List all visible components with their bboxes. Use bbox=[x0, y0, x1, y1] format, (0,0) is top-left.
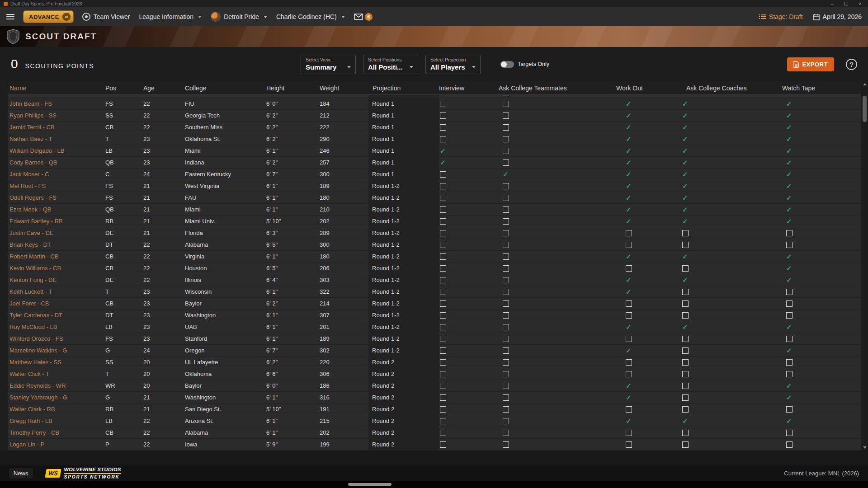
player-name-link[interactable]: Ezra Meek - QB bbox=[8, 206, 105, 213]
checkbox-unchecked[interactable] bbox=[626, 371, 632, 377]
checked-icon[interactable]: ✓ bbox=[786, 170, 792, 178]
checked-icon[interactable]: ✓ bbox=[626, 253, 632, 260]
checkbox-unchecked[interactable] bbox=[440, 289, 446, 295]
table-row[interactable]: Logan Lin - P P 22 Iowa 5' 9" 199 Round … bbox=[8, 439, 861, 450]
checkbox-unchecked[interactable] bbox=[682, 347, 689, 354]
checked-icon[interactable]: ✓ bbox=[786, 135, 792, 143]
checkbox-unchecked[interactable] bbox=[440, 171, 446, 178]
checkbox-unchecked[interactable] bbox=[440, 418, 446, 424]
checkbox-unchecked[interactable] bbox=[786, 359, 793, 366]
checkbox-unchecked[interactable] bbox=[682, 242, 689, 248]
checked-icon[interactable]: ✓ bbox=[626, 159, 632, 166]
player-name-link[interactable]: Keith Luckett - T bbox=[8, 288, 105, 295]
table-row[interactable]: Robert Martin - CB CB 22 Virginia 6' 1" … bbox=[8, 251, 861, 263]
player-name-link[interactable]: Marcelino Watkins - G bbox=[8, 347, 105, 354]
checkbox-unchecked[interactable] bbox=[503, 95, 509, 95]
checkbox-unchecked[interactable] bbox=[503, 394, 509, 401]
checkbox-unchecked[interactable] bbox=[440, 183, 446, 189]
checkbox-unchecked[interactable] bbox=[440, 113, 446, 119]
player-name-link[interactable]: Winford Orozco - FS bbox=[8, 335, 105, 342]
table-row[interactable]: Kevin Williams - CB CB 22 Houston 6' 5" … bbox=[8, 263, 861, 274]
help-button[interactable]: ? bbox=[846, 59, 857, 70]
table-row[interactable]: Marcelino Watkins - G G 24 Oregon 6' 7" … bbox=[8, 345, 861, 357]
checkbox-unchecked[interactable] bbox=[682, 430, 689, 436]
player-name-link[interactable]: Joel Foret - CB bbox=[8, 300, 105, 307]
table-row[interactable]: Matthew Hales - SS SS 20 UL Lafayette 6'… bbox=[8, 357, 861, 368]
checked-icon[interactable]: ✓ bbox=[786, 206, 792, 213]
checkbox-unchecked[interactable] bbox=[626, 430, 632, 436]
checked-icon[interactable]: ✓ bbox=[626, 276, 632, 284]
table-row[interactable]: Timothy Perry - CB CB 22 Alabama 6' 1" 2… bbox=[8, 427, 861, 439]
column-header-work-out[interactable]: Work Out bbox=[616, 84, 682, 92]
checked-icon[interactable]: ✓ bbox=[440, 147, 446, 155]
checkbox-unchecked[interactable] bbox=[682, 406, 689, 413]
checkbox-unchecked[interactable] bbox=[682, 441, 689, 448]
menu-icon[interactable] bbox=[6, 14, 14, 19]
checkbox-unchecked[interactable] bbox=[440, 136, 446, 142]
player-name-link[interactable]: Walter Click - T bbox=[8, 371, 105, 377]
minimize-icon[interactable]: – bbox=[830, 1, 833, 6]
checkbox-unchecked[interactable] bbox=[440, 101, 446, 107]
close-icon[interactable]: × bbox=[859, 1, 862, 6]
checkbox-unchecked[interactable] bbox=[503, 336, 509, 342]
checkbox-unchecked[interactable] bbox=[682, 289, 689, 295]
table-row[interactable]: Gregg Ruth - LB LB 22 Arizona St. 6' 1" … bbox=[8, 415, 861, 427]
checked-icon[interactable]: ✓ bbox=[626, 100, 632, 108]
player-name-link[interactable]: Tyler Cardenas - DT bbox=[8, 312, 105, 319]
checked-icon[interactable]: ✓ bbox=[682, 170, 688, 178]
checked-icon[interactable]: ✓ bbox=[786, 347, 792, 354]
scroll-up-icon[interactable] bbox=[863, 83, 867, 85]
player-name-link[interactable]: Brian Keys - DT bbox=[8, 241, 105, 248]
checked-icon[interactable]: ✓ bbox=[440, 159, 446, 166]
table-row[interactable]: Kenton Fong - DE DE 22 Illinois 6' 4" 30… bbox=[8, 274, 861, 286]
checkbox-unchecked[interactable] bbox=[503, 124, 509, 131]
checked-icon[interactable]: ✓ bbox=[786, 112, 792, 119]
player-name-link[interactable]: Kevin Williams - CB bbox=[8, 265, 105, 272]
checked-icon[interactable]: ✓ bbox=[786, 159, 792, 166]
table-row[interactable]: Justin Cave - DE DE 21 Florida 6' 3" 289… bbox=[8, 227, 861, 239]
checked-icon[interactable]: ✓ bbox=[786, 276, 792, 284]
news-button[interactable]: News bbox=[9, 468, 33, 479]
checkbox-unchecked[interactable] bbox=[786, 371, 793, 377]
checkbox-unchecked[interactable] bbox=[503, 430, 509, 436]
player-name-link[interactable]: Logan Lin - P bbox=[8, 441, 105, 448]
checkbox-unchecked[interactable] bbox=[786, 312, 793, 319]
checkbox-unchecked[interactable] bbox=[503, 289, 509, 295]
nav-team-dropdown[interactable]: Detroit Pride bbox=[211, 12, 267, 22]
checkbox-unchecked[interactable] bbox=[503, 371, 509, 377]
checked-icon[interactable]: ✓ bbox=[682, 217, 688, 225]
targets-only-toggle[interactable] bbox=[500, 61, 514, 68]
checkbox-unchecked[interactable] bbox=[503, 406, 509, 413]
vertical-scrollbar[interactable] bbox=[861, 81, 868, 450]
table-row[interactable]: Joel Foret - CB CB 23 Baylor 6' 2" 214 R… bbox=[8, 298, 861, 310]
checkbox-unchecked[interactable] bbox=[682, 312, 689, 319]
checkbox-unchecked[interactable] bbox=[626, 406, 632, 413]
view-select[interactable]: Select View: Summary bbox=[301, 55, 356, 74]
checked-icon[interactable]: ✓ bbox=[786, 382, 792, 389]
checkbox-unchecked[interactable] bbox=[786, 406, 793, 413]
table-row[interactable]: Walter Clark - RB RB 21 San Diego St. 5'… bbox=[8, 404, 861, 415]
checkbox-unchecked[interactable] bbox=[440, 124, 446, 131]
export-button[interactable]: EXPORT bbox=[787, 57, 834, 71]
checkbox-unchecked[interactable] bbox=[440, 347, 446, 354]
checked-icon[interactable]: ✓ bbox=[786, 147, 792, 155]
checked-icon[interactable]: ✓ bbox=[626, 347, 632, 354]
checkbox-unchecked[interactable] bbox=[503, 324, 509, 330]
checkbox-unchecked[interactable] bbox=[682, 383, 689, 389]
checked-icon[interactable]: ✓ bbox=[682, 253, 688, 260]
player-name-link[interactable]: Stanley Yarbrough - G bbox=[8, 394, 105, 401]
checked-icon[interactable]: ✓ bbox=[626, 382, 632, 389]
checkbox-unchecked[interactable] bbox=[440, 371, 446, 377]
player-name-link[interactable]: Walter Clark - RB bbox=[8, 406, 105, 413]
checked-icon[interactable]: ✓ bbox=[786, 123, 792, 131]
checked-icon[interactable]: ✓ bbox=[786, 323, 792, 331]
checkbox-unchecked[interactable] bbox=[440, 359, 446, 366]
checkbox-unchecked[interactable] bbox=[503, 136, 509, 142]
player-name-link[interactable]: Jerold Terrill - CB bbox=[8, 124, 105, 131]
nav-team-viewer[interactable]: Team Viewer bbox=[82, 13, 130, 21]
checked-icon[interactable]: ✓ bbox=[626, 123, 632, 131]
table-row[interactable]: Walter Click - T T 20 Oklahoma 6' 6" 306… bbox=[8, 368, 861, 380]
checked-icon[interactable]: ✓ bbox=[786, 394, 792, 401]
checkbox-unchecked[interactable] bbox=[682, 359, 689, 366]
checkbox-unchecked[interactable] bbox=[682, 371, 689, 377]
